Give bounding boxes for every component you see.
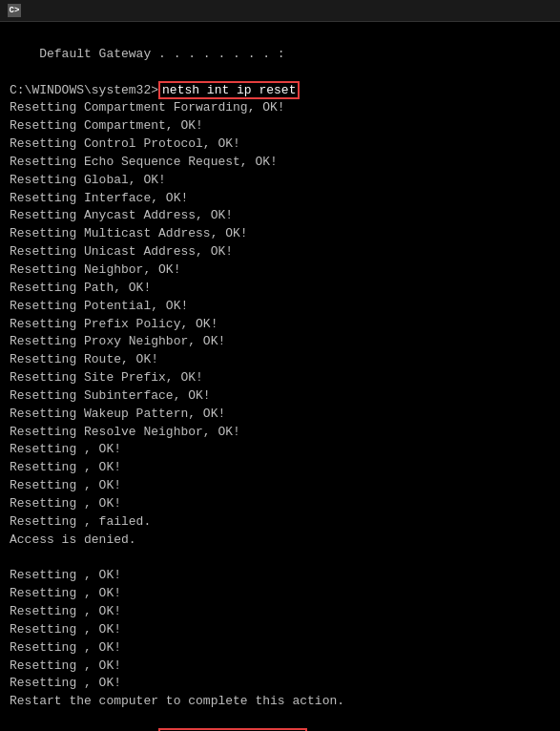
output-line: Resetting Potential, OK! (10, 298, 550, 316)
output-line: Resetting , OK! (10, 495, 550, 513)
output-line: Resetting , OK! (10, 658, 550, 676)
output-line: Resetting , OK! (10, 459, 550, 477)
terminal-body: Default Gateway . . . . . . . . :C:\WIND… (0, 22, 560, 731)
empty-line (10, 64, 550, 82)
output-line: Resetting Neighbor, OK! (10, 261, 550, 280)
output-line: Resetting Prefix Policy, OK! (10, 316, 550, 334)
output-line: Resetting Control Protocol, OK! (10, 136, 550, 154)
output-line: Resetting Wakeup Pattern, OK! (10, 406, 550, 424)
command-highlighted: netsh int ip reset (158, 81, 300, 99)
output-line: Default Gateway . . . . . . . . : (10, 46, 550, 64)
output-line: Resetting , OK! (10, 639, 550, 658)
output-line: Resetting Path, OK! (10, 280, 550, 298)
command-line: C:\WINDOWS\system32>netsh int ip reset (10, 82, 550, 100)
output-line: Resetting Proxy Neighbor, OK! (10, 333, 550, 351)
output-line: Resetting , OK! (10, 477, 550, 495)
output-line: Restart the computer to complete this ac… (10, 693, 550, 711)
output-line: Resetting Resolve Neighbor, OK! (10, 424, 550, 442)
output-line: Resetting Route, OK! (10, 351, 550, 369)
empty-line (10, 711, 550, 729)
title-bar: C> (0, 0, 560, 22)
output-line: Resetting Subinterface, OK! (10, 387, 550, 406)
title-bar-icon: C> (8, 4, 21, 17)
output-line: Resetting Compartment Forwarding, OK! (10, 99, 550, 117)
output-line: Resetting , OK! (10, 603, 550, 621)
output-line: Resetting , OK! (10, 441, 550, 459)
output-line: Resetting Site Prefix, OK! (10, 369, 550, 387)
prompt-text: C:\WINDOWS\system32> (10, 83, 158, 97)
output-line: Resetting , failed. (10, 513, 550, 532)
output-line: Resetting Global, OK! (10, 172, 550, 190)
output-line: Resetting , OK! (10, 585, 550, 603)
output-line: Resetting Multicast Address, OK! (10, 225, 550, 243)
output-line: Resetting Anycast Address, OK! (10, 207, 550, 225)
output-line: Resetting , OK! (10, 675, 550, 693)
output-line: Resetting Echo Sequence Request, OK! (10, 154, 550, 172)
output-line: Resetting , OK! (10, 621, 550, 639)
output-line: Resetting Compartment, OK! (10, 117, 550, 136)
empty-line (10, 549, 550, 567)
output-line: Resetting Interface, OK! (10, 190, 550, 208)
output-line: Resetting Unicast Address, OK! (10, 243, 550, 261)
output-line: Access is denied. (10, 532, 550, 550)
output-line: Resetting , OK! (10, 567, 550, 585)
